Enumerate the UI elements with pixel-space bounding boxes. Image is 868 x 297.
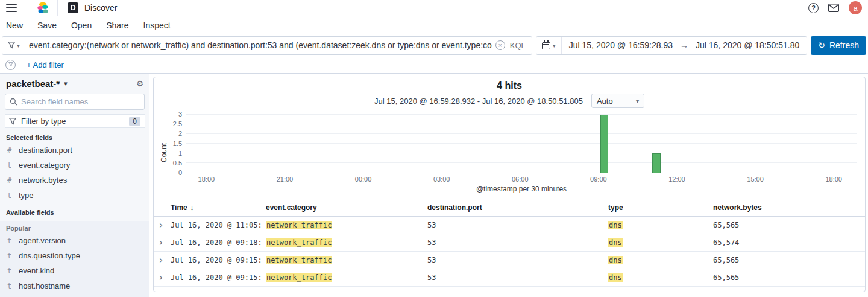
- end-date[interactable]: Jul 16, 2020 @ 18:50:51.80: [688, 40, 807, 50]
- cell-time: Jul 16, 2020 @ 09:15:06.521: [167, 269, 262, 287]
- y-axis: 00.511.522.53: [168, 113, 186, 173]
- menu-icon[interactable]: [6, 4, 17, 12]
- table-row: › Jul 16, 2020 @ 11:05:37.019 network_tr…: [154, 217, 865, 234]
- filter-bar: + Add filter: [0, 56, 868, 74]
- field-search-input[interactable]: [21, 97, 140, 106]
- query-bar: ▾ × KQL ▾ Jul 15, 2020 @ 16:59:28.93 → J…: [0, 34, 868, 56]
- nav-item-open[interactable]: Open: [71, 21, 92, 30]
- nav-item-share[interactable]: Share: [106, 21, 128, 30]
- header-divider: [57, 0, 58, 16]
- top-nav-menu: New Save Open Share Inspect: [0, 16, 868, 34]
- fields-sidebar: packetbeat-* ▾ ⚙ Filter by type 0 Select…: [0, 74, 149, 297]
- gear-icon[interactable]: ⚙: [136, 79, 143, 88]
- index-pattern-selector[interactable]: packetbeat-* ▾ ⚙: [5, 77, 145, 94]
- nav-item-inspect[interactable]: Inspect: [143, 21, 171, 30]
- x-tick-label: 03:00: [433, 176, 450, 183]
- filter-count-badge: 0: [129, 117, 140, 126]
- expand-row-button[interactable]: ›: [158, 220, 164, 230]
- gridline: [186, 124, 857, 124]
- clear-query-icon[interactable]: ×: [495, 40, 505, 50]
- add-filter-button[interactable]: + Add filter: [27, 60, 64, 69]
- filter-by-type-toggle[interactable]: Filter by type 0: [5, 114, 145, 128]
- field-name: destination.port: [19, 145, 72, 155]
- start-date[interactable]: Jul 15, 2020 @ 16:59:28.93: [562, 40, 680, 50]
- column-header-network.bytes[interactable]: network.bytes: [709, 199, 865, 217]
- y-tick-label: 2.5: [173, 120, 182, 127]
- cell-destination-port: 53: [424, 269, 605, 287]
- expand-cell: ›: [154, 217, 167, 234]
- column-label: type: [608, 203, 623, 212]
- column-header-event.category[interactable]: event.category: [262, 199, 424, 217]
- filter-small-icon: [8, 62, 13, 67]
- interval-select[interactable]: Auto ▾: [591, 94, 644, 108]
- y-tick-label: 3: [178, 110, 182, 118]
- kibana-discover-page: { "header": { "title": "Discover", "app_…: [0, 0, 868, 297]
- query-input[interactable]: [25, 40, 495, 50]
- x-tick-label: 09:00: [590, 176, 607, 183]
- y-axis-title: Count: [160, 143, 168, 162]
- field-item[interactable]: t type: [5, 188, 145, 203]
- highlight-mark: network_traffic: [266, 221, 332, 229]
- chart-caption-row: Jul 15, 2020 @ 16:59:28.932 - Jul 16, 20…: [154, 94, 865, 108]
- results-panel: 4 hits Jul 15, 2020 @ 16:59:28.932 - Jul…: [153, 77, 866, 292]
- chevron-right-icon: ›: [158, 254, 164, 266]
- field-item[interactable]: t dns.question.type: [5, 248, 145, 263]
- field-item[interactable]: # destination.port: [5, 142, 145, 158]
- field-type-icon: t: [6, 161, 13, 170]
- saved-queries-icon[interactable]: [5, 60, 16, 70]
- popular-heading: Popular: [6, 225, 143, 232]
- table-row: › Jul 16, 2020 @ 09:15:06.521 network_tr…: [154, 269, 865, 287]
- chevron-down-icon: ▾: [64, 80, 68, 88]
- field-item[interactable]: t event.kind: [5, 263, 145, 278]
- expand-row-button[interactable]: ›: [158, 273, 164, 283]
- query-language-button[interactable]: KQL: [510, 41, 532, 50]
- x-tick-label: 00:00: [355, 176, 372, 183]
- field-item[interactable]: t host.hostname: [5, 278, 145, 293]
- popular-fields-section: Popular t agent.version t dns.question.t…: [0, 221, 149, 297]
- help-icon[interactable]: ?: [808, 3, 819, 13]
- hits-count: 4: [497, 80, 502, 91]
- histogram-plot[interactable]: [186, 113, 857, 173]
- header-divider: [28, 0, 28, 16]
- nav-item-new[interactable]: New: [6, 21, 23, 30]
- field-type-icon: t: [6, 191, 13, 200]
- refresh-button[interactable]: ↻ Refresh: [811, 36, 866, 55]
- field-item[interactable]: t host.name: [5, 293, 145, 297]
- discover-content: packetbeat-* ▾ ⚙ Filter by type 0 Select…: [0, 74, 868, 297]
- documents-table-wrap: Time↓event.categorydestination.porttypen…: [154, 199, 865, 287]
- elastic-logo[interactable]: [37, 2, 49, 14]
- popular-fields-list: t agent.version t dns.question.type t ev…: [5, 233, 145, 297]
- column-header-type[interactable]: type: [605, 199, 709, 217]
- saved-query-menu-button[interactable]: ▾: [2, 37, 25, 54]
- field-item[interactable]: t event.category: [5, 158, 145, 173]
- expand-row-button[interactable]: ›: [158, 238, 164, 248]
- column-header-destination.port[interactable]: destination.port: [424, 199, 605, 217]
- x-tick-label: 12:00: [668, 176, 685, 183]
- field-item[interactable]: # network.bytes: [5, 173, 145, 188]
- field-type-icon: t: [6, 282, 13, 290]
- gridline: [186, 153, 857, 153]
- y-tick-label: 1: [178, 150, 182, 157]
- table-body: › Jul 16, 2020 @ 11:05:37.019 network_tr…: [154, 217, 865, 287]
- gridline: [186, 133, 857, 134]
- expand-column-header: [154, 199, 167, 217]
- user-avatar[interactable]: a: [849, 1, 862, 14]
- field-name: dns.question.type: [19, 251, 80, 260]
- chevron-right-icon: ›: [158, 237, 164, 248]
- histogram-bar[interactable]: [600, 115, 608, 173]
- histogram-bar[interactable]: [652, 153, 660, 173]
- cell-event-category: network_traffic: [262, 234, 424, 252]
- field-item[interactable]: t agent.version: [5, 233, 145, 248]
- hits-label: hits: [505, 80, 521, 91]
- field-name: agent.version: [19, 236, 66, 245]
- mail-icon[interactable]: [828, 4, 839, 12]
- expand-row-button[interactable]: ›: [158, 255, 164, 265]
- cell-event-category: network_traffic: [262, 217, 424, 234]
- field-name: network.bytes: [19, 176, 67, 185]
- column-label: Time: [171, 203, 187, 212]
- date-picker-quick-menu[interactable]: ▾: [536, 37, 562, 54]
- nav-item-save[interactable]: Save: [37, 21, 57, 30]
- filter-by-type-label: Filter by type: [21, 117, 66, 126]
- column-header-Time[interactable]: Time↓: [167, 199, 262, 217]
- cell-destination-port: 53: [424, 252, 605, 269]
